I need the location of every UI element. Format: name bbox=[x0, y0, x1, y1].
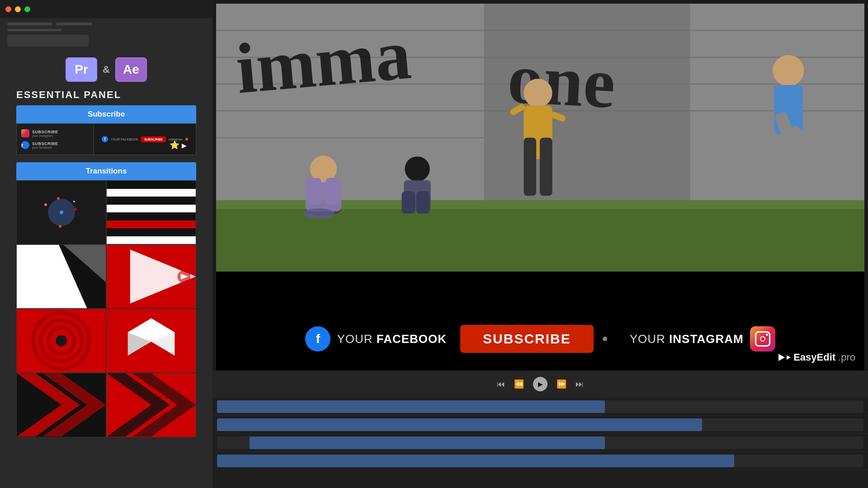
transition-chevron-dark[interactable] bbox=[16, 373, 106, 437]
dot-separator bbox=[603, 337, 607, 341]
red-triangle-svg bbox=[107, 245, 196, 308]
transition-chevron-red[interactable] bbox=[106, 373, 196, 437]
svg-point-49 bbox=[405, 156, 429, 181]
svg-point-53 bbox=[524, 79, 552, 107]
svg-rect-51 bbox=[401, 191, 415, 213]
bar-seg-1 bbox=[7, 23, 52, 25]
top-bar-row bbox=[7, 23, 205, 25]
subscribe-header: Subscribe bbox=[16, 105, 196, 123]
video-preview: imma one bbox=[216, 4, 864, 371]
transition-stripes[interactable] bbox=[106, 180, 196, 244]
frame-forward-btn[interactable]: ⏩ bbox=[557, 379, 566, 389]
frame-back-btn[interactable]: ⏪ bbox=[514, 379, 524, 389]
play-button[interactable]: ▶ bbox=[533, 377, 547, 391]
right-panel: imma one bbox=[212, 0, 868, 488]
preview-fb-icon: f bbox=[102, 136, 108, 142]
ig-subscribe-sub: your instagram bbox=[32, 134, 58, 137]
easyedit-brand: EasyEdit bbox=[793, 352, 835, 363]
transition-red-triangle[interactable] bbox=[106, 244, 196, 309]
dots-circle bbox=[48, 199, 75, 226]
maximize-dot[interactable] bbox=[24, 6, 30, 12]
titlebar bbox=[0, 0, 212, 18]
bar-seg-3 bbox=[7, 29, 61, 31]
skip-forward-btn[interactable]: ⏭ bbox=[576, 380, 584, 389]
white-triangle-svg bbox=[17, 245, 106, 308]
video-subscribe-bar: f YOUR FACEBOOK SUBSCRIBE YOUR INSTAGRAM bbox=[216, 321, 864, 357]
easyedit-logo: EasyEdit.pro bbox=[778, 352, 855, 363]
fb-subscribe-label: SUBSCRIBE bbox=[32, 141, 58, 146]
particle-5 bbox=[73, 201, 75, 202]
ig-subscribe-label: SUBSCRIBE bbox=[32, 130, 58, 134]
ee-icon bbox=[778, 354, 791, 361]
ee-triangle-small bbox=[787, 355, 791, 360]
subscribe-button-overlay[interactable]: SUBSCRIBE bbox=[460, 325, 594, 353]
instagram-section: YOUR INSTAGRAM bbox=[616, 326, 789, 352]
svg-rect-47 bbox=[326, 178, 337, 205]
stripe-2 bbox=[107, 189, 196, 197]
instagram-circle-icon bbox=[750, 326, 775, 352]
stripe-7 bbox=[107, 228, 196, 236]
stripe-3 bbox=[107, 197, 196, 205]
timeline-track-4[interactable] bbox=[217, 455, 863, 467]
minimize-dot[interactable] bbox=[15, 6, 21, 12]
particle-3 bbox=[59, 225, 61, 228]
close-dot[interactable] bbox=[5, 6, 11, 12]
timeline-row-2 bbox=[212, 416, 868, 434]
stripe-4 bbox=[107, 205, 196, 213]
center-dot bbox=[60, 211, 63, 214]
stripe-8 bbox=[107, 236, 196, 244]
fb-bold: FACEBOOK bbox=[377, 332, 447, 346]
stripe-5 bbox=[107, 212, 196, 221]
search-bar[interactable] bbox=[7, 35, 89, 47]
timeline-track-3[interactable] bbox=[217, 436, 863, 449]
facebook-section: f YOUR FACEBOOK bbox=[292, 326, 460, 352]
panel-title: ESSENTIAL PANEL bbox=[0, 86, 212, 105]
amp-symbol: & bbox=[103, 64, 110, 75]
transitions-grid bbox=[16, 180, 196, 437]
ig-bold: INSTAGRAM bbox=[669, 332, 744, 346]
particle-4 bbox=[74, 208, 77, 211]
transitions-header: Transitions bbox=[16, 162, 196, 180]
playback-bar: ⏮ ⏪ ▶ ⏩ ⏭ bbox=[212, 371, 868, 398]
track-segment-2 bbox=[217, 418, 702, 431]
svg-point-11 bbox=[56, 335, 67, 347]
fb-prefix: YOUR bbox=[337, 332, 376, 346]
fb-subscribe-sub: your facebook bbox=[32, 146, 58, 149]
ig-corner-dot bbox=[766, 333, 768, 336]
timeline-row-4 bbox=[212, 452, 868, 470]
ig-prefix: YOUR bbox=[630, 332, 669, 346]
facebook-circle-icon: f bbox=[305, 326, 330, 352]
timeline-track-2[interactable] bbox=[217, 418, 863, 431]
timeline-area bbox=[212, 398, 868, 488]
skip-back-btn[interactable]: ⏮ bbox=[497, 380, 505, 389]
left-panel: Pr & Ae ESSENTIAL PANEL Subscribe SUBSCR… bbox=[0, 0, 212, 488]
premiere-logo: Pr bbox=[66, 57, 97, 82]
transition-dots[interactable] bbox=[16, 180, 106, 244]
cube-svg bbox=[107, 309, 196, 372]
premiere-label: Pr bbox=[75, 62, 88, 77]
chevron-red-svg bbox=[107, 373, 196, 436]
transition-white-triangle[interactable] bbox=[16, 244, 106, 309]
transition-cube[interactable] bbox=[106, 309, 196, 373]
app-logos: Pr & Ae bbox=[0, 51, 212, 86]
subscribe-grid: SUBSCRIBE your instagram f SUBSCRIBE you… bbox=[16, 123, 196, 155]
transition-red-circle[interactable] bbox=[16, 309, 106, 373]
fb-subscribe-row: f SUBSCRIBE your facebook bbox=[21, 141, 58, 149]
ee-triangle-large bbox=[778, 354, 785, 361]
stripe-1 bbox=[107, 181, 196, 189]
facebook-icon-small: f bbox=[21, 141, 29, 149]
aftereffects-logo: Ae bbox=[115, 57, 147, 82]
ig-lens-dot bbox=[760, 336, 765, 342]
video-scene-svg: imma one bbox=[216, 4, 864, 272]
ig-subscribe-row: SUBSCRIBE your instagram bbox=[21, 129, 58, 137]
svg-point-48 bbox=[303, 208, 335, 219]
red-circle-svg bbox=[17, 309, 106, 372]
instagram-text: YOUR INSTAGRAM bbox=[630, 332, 744, 346]
subscribe-instagram-item[interactable]: SUBSCRIBE your instagram f SUBSCRIBE you… bbox=[17, 124, 94, 155]
svg-text:imma: imma bbox=[233, 14, 414, 108]
timeline-track-1[interactable] bbox=[217, 400, 863, 413]
ig-inner-border bbox=[755, 331, 770, 347]
stripe-6 bbox=[107, 221, 196, 229]
easyedit-suffix: .pro bbox=[838, 352, 855, 363]
track-segment-3 bbox=[250, 436, 605, 449]
